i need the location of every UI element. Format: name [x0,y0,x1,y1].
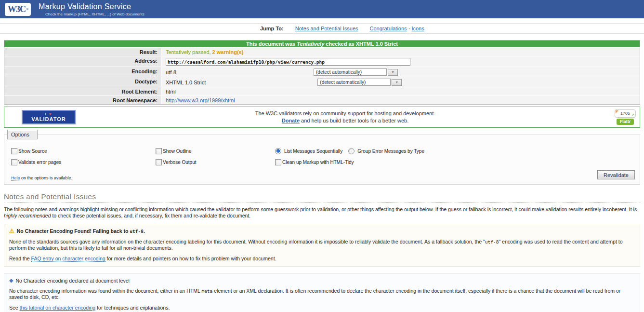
banner-text-em: Tentatively [297,41,324,47]
jump-link-icons[interactable]: Icons [411,26,424,31]
table-row-encoding: Encoding: utf-8 (detect automatically) ▾ [4,67,640,77]
table-row-result: Result: Tentatively passed, 2 warning(s) [4,47,640,56]
info-diamond-icon: ◆ [9,277,13,284]
option-clean-tidy: Clean up Markup with HTML-Tidy [275,158,633,167]
validate-error-pages-label[interactable]: Validate error pages [18,160,61,165]
w3c-logo-text: W3C [8,4,26,14]
donation-banner: I ♥ VALIDATOR The W3C validators rely on… [4,107,640,128]
root-namespace-label: Root Namespace: [4,96,162,104]
header-titles: Markup Validation Service Check the mark… [39,2,145,16]
option-verbose-output: Verbose Output [156,158,275,167]
encoding-value: utf-8 [166,69,176,75]
registered-mark: ® [26,7,28,11]
doctype-select-dropdown-icon[interactable]: ▾ [392,79,402,86]
flattr-count-bubble: 1705 [615,109,636,118]
w3c-logo[interactable]: W3C® [5,3,31,16]
app-header: W3C® Markup Validation Service Check the… [0,0,644,18]
encoding-select-dropdown-icon[interactable]: ▾ [388,69,398,76]
encoding-value-cell: utf-8 (detect automatically) ▾ [162,67,640,77]
options-column-1: Show Source Validate error pages [11,147,156,169]
notes-intro: The following notes and warnings highlig… [4,206,640,219]
option-validate-error-pages: Validate error pages [11,158,156,167]
doctype-select[interactable]: (detect automatically) [317,79,391,86]
jump-separator: · [407,26,412,31]
validation-summary-table: This document was Tentatively checked as… [4,40,640,105]
verbose-output-checkbox[interactable] [156,159,162,165]
donation-line2-rest: and help us build better tools for a bet… [300,118,408,123]
options-help-line: Help on the options is available. [11,176,633,180]
show-source-label[interactable]: Show Source [18,149,47,154]
show-source-checkbox[interactable] [11,148,17,154]
clean-tidy-label[interactable]: Clean up Markup with HTML-Tidy [282,160,354,165]
options-grid: Show Source Validate error pages Show Ou… [11,147,633,169]
warning-title-text: No Character Encoding Found! Falling bac… [17,228,145,234]
jump-to-label: Jump To: [260,26,284,31]
show-outline-label[interactable]: Show Outline [163,149,191,154]
option-message-grouping: List Messages Sequentially Group Error M… [275,147,633,156]
address-value-cell [162,56,640,67]
options-legend: Options [7,130,38,139]
root-element-value: html [162,87,640,95]
faq-encoding-link[interactable]: FAQ entry on character encoding [31,256,105,262]
jump-link-congratulations[interactable]: Congratulations [370,26,407,31]
info-title-text: No Character encoding declared at docume… [15,278,129,284]
donation-line1: The W3C validators rely on community sup… [76,110,615,117]
doctype-select-wrap: (detect automatically) ▾ [317,79,402,86]
info-body: No character encoding information was fo… [9,288,635,300]
badge-bottom-line: VALIDATOR [23,116,75,122]
options-column-3: List Messages Sequentially Group Error M… [275,147,633,169]
verbose-output-label[interactable]: Verbose Output [163,160,197,165]
root-namespace-link[interactable]: http://www.w3.org/1999/xhtml [166,97,235,103]
group-by-type-radio[interactable] [348,148,355,154]
option-show-outline: Show Outline [156,147,275,156]
donate-link[interactable]: Donate [282,118,300,123]
doctype-label: Doctype: [4,77,162,87]
jump-link-notes[interactable]: Notes and Potential Issues [295,26,358,31]
donation-line2: Donate and help us build better tools fo… [76,117,615,124]
warning-message-box: ⚠ No Character Encoding Found! Falling b… [4,224,640,267]
encoding-select-wrap: (detect automatically) ▾ [314,68,398,76]
encoding-select[interactable]: (detect automatically) [314,68,387,76]
flattr-widget: 1705 Flattr [615,109,636,125]
clean-tidy-checkbox[interactable] [275,159,281,165]
jump-link-group: Congratulations · Icons [370,26,424,31]
i-love-validator-badge[interactable]: I ♥ VALIDATOR [22,110,76,124]
warning-title: ⚠ No Character Encoding Found! Falling b… [9,228,635,234]
result-value: Tentatively passed, 2 warning(s) [162,48,640,56]
doctype-value: XHTML 1.0 Strict [166,80,206,85]
validate-error-pages-checkbox[interactable] [11,159,17,165]
table-row-root-element: Root Element: html [4,87,640,95]
heart-icon: ♥ [49,112,53,116]
encoding-label: Encoding: [4,67,162,77]
table-row-root-namespace: Root Namespace: http://www.w3.org/1999/x… [4,95,640,104]
revalidate-button[interactable]: Revalidate [597,170,635,179]
warning-read-more: Read the FAQ entry on character encoding… [9,256,635,262]
page-subtitle: Check the markup (HTML, XHTML, ...) of W… [39,12,145,16]
table-row-address: Address: [4,56,640,67]
tutorial-encoding-link[interactable]: this tutorial on character encoding [20,305,96,311]
list-sequentially-radio[interactable] [275,148,281,154]
result-label: Result: [4,48,162,56]
banner-text-pre: This document was [246,41,297,47]
jump-bar: Jump To: Notes and Potential Issues Cong… [0,23,644,34]
root-namespace-cell: http://www.w3.org/1999/xhtml [162,96,640,104]
info-message-box: ◆ No Character encoding declared at docu… [4,273,640,312]
table-row-doctype: Doctype: XHTML 1.0 Strict (detect automa… [4,77,640,87]
show-outline-checkbox[interactable] [156,148,162,154]
notes-heading: Notes and Potential Issues [4,192,640,203]
donation-message: The W3C validators rely on community sup… [76,110,615,124]
info-title: ◆ No Character encoding declared at docu… [9,277,635,284]
doctype-value-cell: XHTML 1.0 Strict (detect automatically) … [162,77,640,87]
page-title: Markup Validation Service [39,2,145,11]
address-label: Address: [4,56,162,67]
flattr-button[interactable]: Flattr [617,119,634,125]
group-by-type-label[interactable]: Group Error Messages by Type [357,149,424,154]
option-show-source: Show Source [11,147,156,156]
result-passed-text: Tentatively passed, [166,49,211,55]
warning-body: None of the standards sources gave any i… [9,239,635,251]
help-link[interactable]: Help [11,176,20,181]
help-line-rest: on the options is available. [20,176,73,180]
address-input[interactable] [166,58,410,66]
warning-triangle-icon: ⚠ [9,228,14,234]
list-sequentially-label[interactable]: List Messages Sequentially [284,149,342,154]
